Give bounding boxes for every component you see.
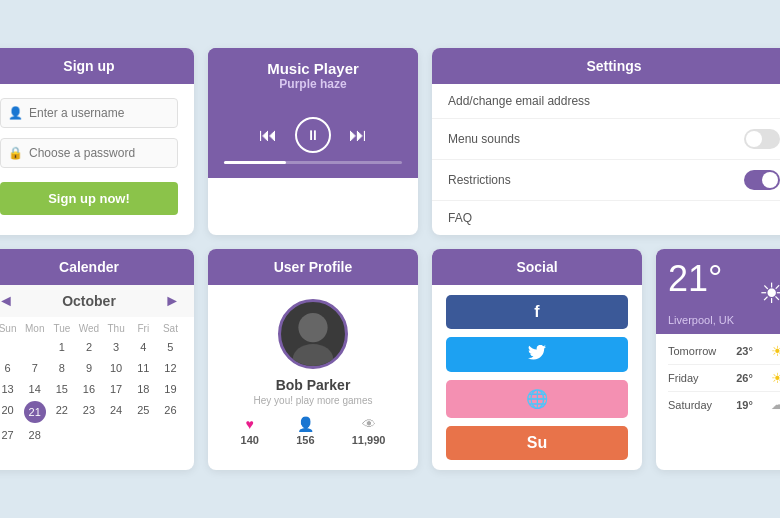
music-subtitle: Purple haze (220, 77, 406, 91)
cal-cell-empty (21, 338, 48, 356)
settings-card: Settings Add/change email address Menu s… (432, 48, 780, 235)
cal-cell-18[interactable]: 18 (130, 380, 157, 398)
settings-label-sounds: Menu sounds (448, 132, 520, 146)
cal-cell-28[interactable]: 28 (21, 426, 48, 444)
cal-cell-12[interactable]: 12 (157, 359, 184, 377)
play-pause-button[interactable]: ⏸ (295, 117, 331, 153)
cal-cell-23[interactable]: 23 (75, 401, 102, 423)
forecast-row-friday: Friday 26° ☀ (668, 365, 780, 392)
stat-followers-val: 156 (296, 434, 314, 446)
username-wrap: 👤 (0, 98, 178, 128)
forward-button[interactable]: ⏭ (349, 125, 367, 146)
stat-views-val: 11,990 (352, 434, 386, 446)
signup-header: Sign up (0, 48, 194, 84)
rewind-button[interactable]: ⏮ (259, 125, 277, 146)
prev-month-button[interactable]: ◄ (0, 292, 14, 310)
calendar-days-header: Sun Mon Tue Wed Thu Fri Sat (0, 323, 184, 334)
day-thu: Thu (103, 323, 130, 334)
forecast-icon-friday: ☀ (771, 370, 780, 386)
cal-cell-19[interactable]: 19 (157, 380, 184, 398)
signup-button[interactable]: Sign up now! (0, 182, 178, 215)
cal-cell-9[interactable]: 9 (75, 359, 102, 377)
lock-icon: 🔒 (8, 146, 23, 160)
twitter-button[interactable] (446, 337, 628, 372)
cal-cell-11[interactable]: 11 (130, 359, 157, 377)
music-header: Music Player Purple haze (208, 48, 418, 103)
weather-card: 21° ☀ Liverpool, UK Tomorrow 23° ☀ Frida… (656, 249, 780, 470)
cal-cell-22[interactable]: 22 (48, 401, 75, 423)
web-button[interactable]: 🌐 (446, 380, 628, 418)
web-icon: 🌐 (526, 388, 548, 410)
cal-cell-13[interactable]: 13 (0, 380, 21, 398)
person-icon: 👤 (296, 416, 314, 432)
sounds-toggle[interactable] (744, 129, 780, 149)
cal-cell-3[interactable]: 3 (103, 338, 130, 356)
forecast-day-saturday: Saturday (668, 399, 718, 411)
username-input[interactable] (0, 98, 178, 128)
twitter-icon (528, 345, 546, 364)
day-mon: Mon (21, 323, 48, 334)
stumbleupon-icon: Su (527, 434, 547, 452)
user-icon: 👤 (8, 106, 23, 120)
day-wed: Wed (75, 323, 102, 334)
eye-icon: 👁 (352, 416, 386, 432)
stat-hearts-val: 140 (241, 434, 259, 446)
cal-cell-25[interactable]: 25 (130, 401, 157, 423)
forecast-temp-tomorrow: 23° (736, 345, 753, 357)
calendar-card: Calender ◄ October ► Sun Mon Tue Wed Thu… (0, 249, 194, 470)
settings-body: Add/change email address Menu sounds Res… (432, 84, 780, 235)
weather-forecast: Tomorrow 23° ☀ Friday 26° ☀ Saturday 19°… (656, 334, 780, 421)
password-input[interactable] (0, 138, 178, 168)
facebook-icon: f (534, 303, 539, 321)
cal-cell-5[interactable]: 5 (157, 338, 184, 356)
avatar-svg (281, 299, 345, 369)
profile-card: User Profile Bob Parker Hey you! play mo… (208, 249, 418, 470)
cal-cell-8[interactable]: 8 (48, 359, 75, 377)
cal-cell-16[interactable]: 16 (75, 380, 102, 398)
music-controls: ⏮ ⏸ ⏭ (208, 103, 418, 161)
cal-cell-1[interactable]: 1 (48, 338, 75, 356)
cal-cell-27[interactable]: 27 (0, 426, 21, 444)
restrictions-toggle-knob (762, 172, 778, 188)
cal-cell-21[interactable]: 21 (24, 401, 46, 423)
facebook-button[interactable]: f (446, 295, 628, 329)
cal-cell-10[interactable]: 10 (103, 359, 130, 377)
cal-cell-17[interactable]: 17 (103, 380, 130, 398)
cal-cell-4[interactable]: 4 (130, 338, 157, 356)
music-body: Music Player Purple haze ⏮ ⏸ ⏭ (208, 48, 418, 178)
cal-cell-24[interactable]: 24 (103, 401, 130, 423)
cal-cell-2[interactable]: 2 (75, 338, 102, 356)
cal-cell-empty (0, 338, 21, 356)
profile-stats: ♥ 140 👤 156 👁 11,990 (222, 416, 404, 446)
forecast-temp-saturday: 19° (736, 399, 753, 411)
forecast-icon-saturday: ☁ (771, 397, 780, 412)
svg-point-0 (298, 313, 327, 342)
cal-cell-7[interactable]: 7 (21, 359, 48, 377)
settings-row-sounds: Menu sounds (432, 119, 780, 160)
cal-cell-14[interactable]: 14 (21, 380, 48, 398)
forecast-day-friday: Friday (668, 372, 718, 384)
cal-cell-20[interactable]: 20 (0, 401, 21, 423)
cal-cell-15[interactable]: 15 (48, 380, 75, 398)
progress-fill (224, 161, 286, 164)
social-card: Social f 🌐 Su (432, 249, 642, 470)
calendar-body: Sun Mon Tue Wed Thu Fri Sat 123456789101… (0, 317, 194, 454)
main-grid: Sign up 👤 🔒 Sign up now! Music Player Pu… (0, 30, 780, 488)
cal-cell-26[interactable]: 26 (157, 401, 184, 423)
heart-icon: ♥ (241, 416, 259, 432)
music-card: Music Player Purple haze ⏮ ⏸ ⏭ (208, 48, 418, 235)
restrictions-toggle[interactable] (744, 170, 780, 190)
calendar-month: October (62, 293, 116, 309)
forecast-temp-friday: 26° (736, 372, 753, 384)
settings-label-faq: FAQ (448, 211, 472, 225)
stat-hearts: ♥ 140 (241, 416, 259, 446)
forecast-icon-tomorrow: ☀ (771, 343, 780, 359)
social-body: f 🌐 Su (432, 285, 642, 470)
profile-header: User Profile (208, 249, 418, 285)
cal-cell-6[interactable]: 6 (0, 359, 21, 377)
day-sun: Sun (0, 323, 21, 334)
calendar-grid: 1234567891011121314151617181920212223242… (0, 338, 184, 444)
stumbleupon-button[interactable]: Su (446, 426, 628, 460)
next-month-button[interactable]: ► (164, 292, 180, 310)
signup-card: Sign up 👤 🔒 Sign up now! (0, 48, 194, 235)
